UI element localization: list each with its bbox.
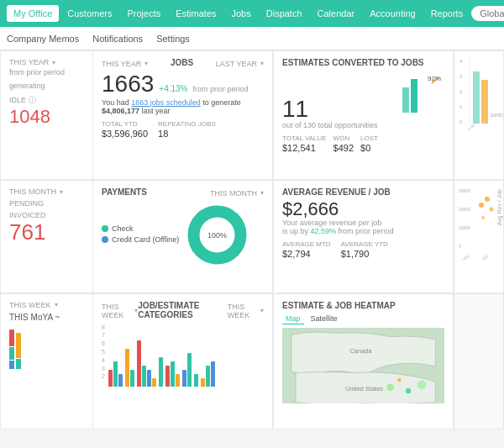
svg-rect-1	[411, 79, 417, 113]
jobs-period-dropdown[interactable]: ▾	[144, 60, 148, 67]
bar-4a	[159, 357, 163, 387]
payments-period: THIS MONTH ▾	[210, 187, 264, 198]
bar-5b	[171, 361, 175, 387]
bar-group-4	[159, 357, 163, 387]
total-value-block: TOTAL VALUE $12,541	[282, 134, 327, 154]
left-week-bars	[9, 327, 84, 369]
nav-estimates[interactable]: Estimates	[169, 5, 223, 22]
nav-jobs[interactable]: Jobs	[225, 5, 258, 22]
week-text: THIS MoYA ~	[9, 313, 84, 322]
generating-text: generating	[9, 82, 84, 90]
bar-8b	[206, 366, 210, 387]
left-panel-month: THIS MONTH ▾ PENDING INVOICED 761	[0, 180, 92, 293]
bar-3b	[142, 366, 146, 387]
payments-title: PAYMENTS	[102, 187, 147, 197]
heatmap-tab-satellite[interactable]: Satellite	[307, 314, 341, 324]
y-axis: 8 7 6 5 4 3 2	[102, 324, 105, 382]
estimates-numbers: TOTAL VALUE $12,541 WON $492 LOST $0	[282, 134, 444, 154]
categories-period-dropdown-2[interactable]: ▾	[260, 307, 264, 314]
bar-1a	[108, 370, 113, 387]
legend-check: Check	[102, 224, 179, 233]
left-panel-week: THIS WEEK ▾ THIS MoYA ~	[0, 293, 92, 430]
svg-text:20000: 20000	[459, 207, 470, 212]
categories-chart-area: 8 7 6 5 4 3 2	[102, 324, 264, 387]
nav-customers[interactable]: Customers	[60, 5, 118, 22]
right-chart-1: Count 4 3 2 1 0 Jan 01	[454, 50, 504, 180]
payments-legend: Check Credit Card (Offline)	[102, 224, 179, 246]
idle-info-icon: ⓘ	[29, 96, 36, 104]
subnav-company-memos[interactable]: Company Memos	[7, 30, 79, 47]
jobs-change: +4.13%	[159, 84, 187, 93]
nav-dispatch[interactable]: Dispatch	[260, 5, 309, 22]
donut-chart: 100%	[186, 203, 249, 266]
nav-reports[interactable]: Reports	[424, 5, 470, 22]
from-period-text: from prior period	[9, 68, 84, 76]
subnav-notifications[interactable]: Notifications	[92, 30, 143, 47]
nav-accounting[interactable]: Accounting	[363, 5, 422, 22]
categories-title: JOB/ESTIMATE CATEGORIES	[138, 301, 227, 319]
jobs-period-label: THIS YEAR ▾	[102, 60, 148, 68]
week-dropdown-arrow[interactable]: ▾	[55, 301, 58, 308]
svg-text:10000: 10000	[459, 225, 470, 230]
jobs-change-suffix: from prior period	[193, 85, 249, 93]
subnav-settings[interactable]: Settings	[156, 30, 190, 47]
bar-group-1	[108, 361, 123, 387]
bar-group-2	[125, 349, 134, 387]
heatmap-tab-map[interactable]: Map	[282, 314, 304, 324]
payments-donut-container: Check Credit Card (Offline) 100%	[102, 203, 264, 266]
svg-text:2: 2	[459, 89, 463, 94]
job-categories-card: THIS WEEK ▾ JOB/ESTIMATE CATEGORIES THIS…	[92, 293, 273, 430]
heatmap-svg: Canada United States	[282, 328, 444, 403]
svg-text:10/01: 10/01	[478, 254, 489, 261]
payments-period-dropdown[interactable]: ▾	[260, 189, 264, 197]
bar-5a	[165, 366, 170, 387]
bar-group-6	[182, 353, 192, 387]
year-dropdown-arrow[interactable]: ▾	[52, 59, 55, 66]
bar-group-5	[165, 361, 180, 387]
heatmap-title: ESTIMATE & JOB HEATMAP	[282, 301, 444, 310]
right-chart-2-svg: 30000 20000 10000 0 10/01 10/01	[458, 184, 500, 260]
svg-rect-0	[402, 87, 409, 113]
estimates-main-number: 11	[282, 98, 308, 121]
invoiced-number: 761	[9, 219, 84, 245]
svg-point-28	[417, 380, 427, 389]
avg-revenue-number: $2,666	[282, 200, 444, 219]
svg-rect-9	[473, 71, 480, 124]
bar-5c	[176, 374, 180, 387]
svg-text:Canada: Canada	[349, 346, 372, 354]
heatmap-tabs: Map Satellite	[282, 314, 444, 324]
right-chart-1-label: Count	[491, 113, 504, 119]
avg-ytd-block: AVERAGE YTD $1,790	[341, 240, 388, 260]
svg-text:0: 0	[459, 119, 463, 124]
svg-point-19	[479, 203, 484, 208]
nav-calendar[interactable]: Calendar	[311, 5, 362, 22]
jobs-link[interactable]: 1663 jobs scheduled	[131, 98, 201, 107]
svg-text:3: 3	[459, 74, 463, 79]
pending-text: PENDING	[9, 199, 84, 208]
left-panel-year: THIS YEAR ▾ from prior period generating…	[0, 50, 92, 180]
won-block: WON $492	[333, 134, 354, 154]
bar-1c	[118, 374, 123, 387]
heatmap-card: ESTIMATE & JOB HEATMAP Map Satellite Can…	[273, 293, 454, 430]
bar-group-3	[137, 340, 156, 387]
month-dropdown-arrow[interactable]: ▾	[60, 188, 63, 196]
svg-point-21	[481, 216, 485, 219]
bar-7a	[194, 374, 198, 387]
payments-card: PAYMENTS THIS MONTH ▾ Check Credit Card …	[92, 180, 273, 293]
bar-8c	[211, 361, 215, 387]
right-chart-2-label: Avg Rev / Job	[496, 189, 502, 225]
bar-6b	[187, 353, 192, 387]
svg-point-22	[490, 208, 494, 212]
nav-projects[interactable]: Projects	[120, 5, 167, 22]
bar-3c	[147, 370, 151, 387]
right-chart-3	[454, 293, 504, 430]
global-search-input[interactable]	[471, 6, 504, 21]
lost-block: LOST $0	[360, 134, 378, 154]
nav-my-office[interactable]: My Office	[7, 5, 59, 22]
jobs-compare-dropdown[interactable]: ▾	[260, 60, 264, 67]
jobs-title: JOBS	[171, 58, 193, 67]
svg-point-27	[406, 387, 411, 393]
svg-text:30000: 30000	[459, 188, 470, 193]
avg-revenue-title: AVERAGE REVENUE / JOB	[282, 187, 444, 197]
categories-period-label-2: THIS WEEK ▾	[228, 301, 264, 321]
